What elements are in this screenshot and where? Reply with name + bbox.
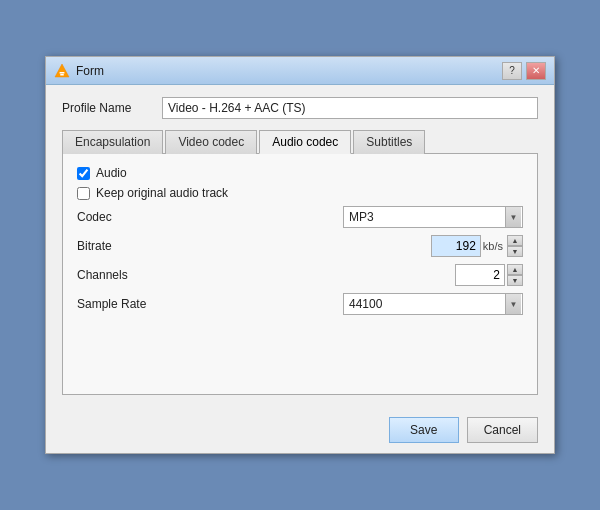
sample-rate-row: Sample Rate 44100 48000 22050 11025 8000 [77, 293, 523, 315]
bitrate-down-button[interactable]: ▼ [507, 246, 523, 257]
sample-rate-select[interactable]: 44100 48000 22050 11025 8000 [343, 293, 523, 315]
channels-up-button[interactable]: ▲ [507, 264, 523, 275]
dialog-window: Form ? ✕ Profile Name Encapsulation Vide… [45, 56, 555, 454]
audio-checkbox-label[interactable]: Audio [96, 166, 127, 180]
bitrate-row: Bitrate kb/s ▲ ▼ [77, 235, 523, 257]
bitrate-unit: kb/s [483, 240, 503, 252]
channels-control: ▲ ▼ [177, 264, 523, 286]
sample-rate-control: 44100 48000 22050 11025 8000 [177, 293, 523, 315]
bitrate-input[interactable] [431, 235, 481, 257]
sample-rate-label: Sample Rate [77, 297, 177, 311]
audio-checkbox[interactable] [77, 167, 90, 180]
codec-label: Codec [77, 210, 177, 224]
bitrate-control: kb/s ▲ ▼ [177, 235, 523, 257]
channels-down-button[interactable]: ▼ [507, 275, 523, 286]
tab-encapsulation[interactable]: Encapsulation [62, 130, 163, 154]
bitrate-label: Bitrate [77, 239, 177, 253]
profile-name-label: Profile Name [62, 101, 152, 115]
profile-name-input[interactable] [162, 97, 538, 119]
codec-select[interactable]: MP3 AAC MP4A Vorbis FLAC [343, 206, 523, 228]
tab-audio-codec[interactable]: Audio codec [259, 130, 351, 154]
tabs-bar: Encapsulation Video codec Audio codec Su… [62, 129, 538, 154]
tab-subtitles[interactable]: Subtitles [353, 130, 425, 154]
channels-spin-buttons: ▲ ▼ [507, 264, 523, 286]
tab-spacer [77, 322, 523, 382]
svg-rect-1 [60, 72, 65, 74]
bitrate-spin-buttons: ▲ ▼ [507, 235, 523, 257]
vlc-icon [54, 63, 70, 79]
save-button[interactable]: Save [389, 417, 459, 443]
channels-label: Channels [77, 268, 177, 282]
channels-spinner: ▲ ▼ [455, 264, 523, 286]
keep-original-row: Keep original audio track [77, 186, 523, 200]
tab-content-audio: Audio Keep original audio track Codec MP… [62, 154, 538, 395]
codec-select-wrapper: MP3 AAC MP4A Vorbis FLAC [343, 206, 523, 228]
window-title: Form [76, 64, 104, 78]
title-bar-left: Form [54, 63, 104, 79]
dialog-content: Profile Name Encapsulation Video codec A… [46, 85, 554, 407]
channels-input[interactable] [455, 264, 505, 286]
channels-row: Channels ▲ ▼ [77, 264, 523, 286]
keep-original-label[interactable]: Keep original audio track [96, 186, 228, 200]
help-button[interactable]: ? [502, 62, 522, 80]
profile-name-row: Profile Name [62, 97, 538, 119]
codec-row: Codec MP3 AAC MP4A Vorbis FLAC [77, 206, 523, 228]
title-bar: Form ? ✕ [46, 57, 554, 85]
audio-checkbox-row: Audio [77, 166, 523, 180]
dialog-buttons: Save Cancel [46, 407, 554, 453]
sample-rate-select-wrapper: 44100 48000 22050 11025 8000 [343, 293, 523, 315]
title-bar-buttons: ? ✕ [502, 62, 546, 80]
cancel-button[interactable]: Cancel [467, 417, 538, 443]
tab-video-codec[interactable]: Video codec [165, 130, 257, 154]
bitrate-spinner: kb/s ▲ ▼ [431, 235, 523, 257]
codec-control: MP3 AAC MP4A Vorbis FLAC [177, 206, 523, 228]
svg-rect-2 [60, 74, 64, 76]
close-button[interactable]: ✕ [526, 62, 546, 80]
keep-original-checkbox[interactable] [77, 187, 90, 200]
bitrate-up-button[interactable]: ▲ [507, 235, 523, 246]
